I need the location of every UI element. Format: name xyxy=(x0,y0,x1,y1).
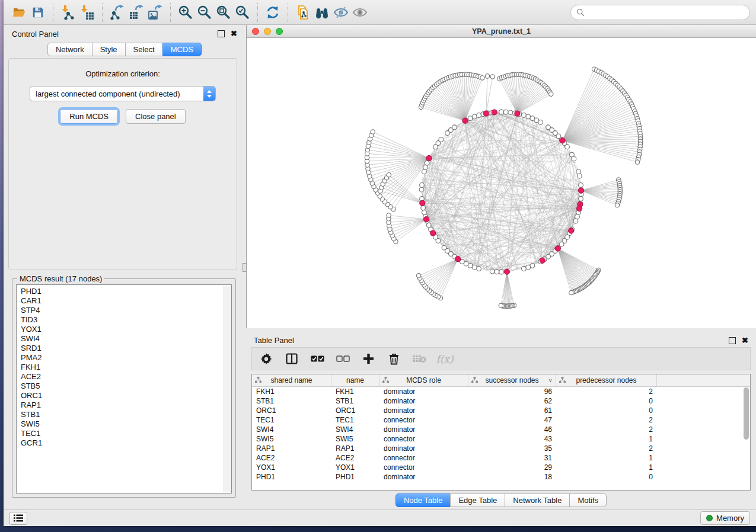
result-node[interactable]: TEC1 xyxy=(21,429,231,438)
column-view-button[interactable] xyxy=(285,352,299,366)
column-header-name[interactable]: name xyxy=(331,374,379,386)
select-all-button[interactable] xyxy=(310,352,324,366)
leaf-node[interactable] xyxy=(615,203,619,207)
splitter-grip[interactable] xyxy=(243,263,247,272)
import-network-button[interactable] xyxy=(59,3,78,22)
close-panel-button[interactable]: Close panel xyxy=(126,109,186,124)
mcds-hub-node[interactable] xyxy=(426,155,432,161)
ring-node[interactable] xyxy=(499,270,504,274)
clone-network-button[interactable] xyxy=(294,3,312,22)
export-image-button[interactable] xyxy=(146,3,165,22)
result-node[interactable]: SRD1 xyxy=(21,344,231,353)
mcds-hub-node[interactable] xyxy=(462,118,468,123)
mcds-hub-node[interactable] xyxy=(504,269,509,274)
horizontal-splitter[interactable] xyxy=(246,328,756,334)
save-session-button[interactable] xyxy=(28,3,47,22)
show-all-button[interactable] xyxy=(350,3,369,22)
mcds-hub-node[interactable] xyxy=(515,111,520,116)
zoom-out-button[interactable] xyxy=(195,3,214,22)
column-header-shared-name[interactable]: shared name xyxy=(252,374,331,386)
column-header-successor-nodes[interactable]: successor nodes˅ xyxy=(468,374,556,386)
apply-layout-button[interactable] xyxy=(263,3,282,22)
mcds-hub-node[interactable] xyxy=(540,258,545,263)
ring-node[interactable] xyxy=(490,269,495,274)
search-field[interactable] xyxy=(570,5,750,20)
column-header-predecessor-nodes[interactable]: predecessor nodes xyxy=(556,374,657,386)
mcds-result-list[interactable]: PHD1CAR1STP4TID3YOX1SWI4SRD1PMA2FKH1ACE2… xyxy=(16,284,232,493)
result-node[interactable]: PMA2 xyxy=(21,353,231,363)
result-node[interactable]: STB5 xyxy=(21,382,231,391)
ring-node[interactable] xyxy=(526,114,531,119)
mcds-hub-node[interactable] xyxy=(420,200,425,206)
zoom-fit-button[interactable] xyxy=(214,3,233,22)
leaf-node[interactable] xyxy=(387,173,391,177)
open-session-button[interactable] xyxy=(9,3,28,22)
table-row[interactable]: FKH1FKH1dominator962 xyxy=(252,387,750,396)
zoom-selected-button[interactable] xyxy=(233,3,252,22)
result-node[interactable]: STP4 xyxy=(21,306,231,315)
leaf-node[interactable] xyxy=(480,76,484,80)
table-row[interactable]: YOX1YOX1connector291 xyxy=(252,463,750,472)
ring-node[interactable] xyxy=(538,120,543,125)
leaf-node[interactable] xyxy=(569,290,573,294)
ring-node[interactable] xyxy=(442,245,446,250)
ring-node[interactable] xyxy=(530,263,535,268)
ring-node[interactable] xyxy=(526,265,531,270)
mcds-hub-node[interactable] xyxy=(455,257,461,262)
ring-node[interactable] xyxy=(522,113,527,118)
ring-node[interactable] xyxy=(472,265,477,270)
ring-node[interactable] xyxy=(420,183,425,188)
network-canvas[interactable] xyxy=(247,38,756,328)
result-node[interactable]: ORC1 xyxy=(21,391,231,400)
ring-node[interactable] xyxy=(579,197,583,201)
ring-node[interactable] xyxy=(508,110,513,115)
result-node[interactable]: SWI4 xyxy=(21,334,231,344)
result-node[interactable]: ACE2 xyxy=(21,372,231,382)
ring-node[interactable] xyxy=(452,125,457,130)
ring-node[interactable] xyxy=(577,174,582,178)
table-row[interactable]: TEC1TEC1connector472 xyxy=(252,415,750,425)
result-scrollbar[interactable] xyxy=(224,286,231,492)
mcds-hub-node[interactable] xyxy=(483,111,489,116)
ring-node[interactable] xyxy=(472,114,477,119)
table-row[interactable]: STB1STB1dominator620 xyxy=(252,396,750,406)
network-titlebar[interactable]: YPA_prune.txt_1 xyxy=(247,25,756,38)
leaf-node[interactable] xyxy=(499,303,503,307)
ring-node[interactable] xyxy=(423,165,428,169)
mcds-hub-node[interactable] xyxy=(423,217,429,222)
result-node[interactable]: TID3 xyxy=(21,315,231,325)
result-node[interactable]: SWI5 xyxy=(21,419,231,429)
ring-node[interactable] xyxy=(565,145,570,149)
tab-motifs[interactable]: Motifs xyxy=(569,493,607,507)
ring-node[interactable] xyxy=(572,156,576,161)
memory-button[interactable]: Memory xyxy=(700,511,750,525)
export-network-button[interactable] xyxy=(108,3,127,22)
ring-node[interactable] xyxy=(499,110,504,114)
ring-node[interactable] xyxy=(477,267,481,271)
ring-node[interactable] xyxy=(522,267,527,271)
hide-selected-button[interactable] xyxy=(331,3,350,22)
table-row[interactable]: PHD1PHD1dominator180 xyxy=(252,472,750,482)
table-row[interactable]: SWI5SWI5connector431 xyxy=(252,434,750,444)
deselect-all-button[interactable] xyxy=(336,352,350,366)
tab-edge-table[interactable]: Edge Table xyxy=(450,493,505,507)
show-task-history-button[interactable] xyxy=(9,512,27,525)
run-mcds-button[interactable]: Run MCDS xyxy=(60,109,118,124)
tab-node-table[interactable]: Node Table xyxy=(395,493,451,507)
leaf-node[interactable] xyxy=(490,75,495,79)
float-table-panel-icon[interactable] xyxy=(729,337,736,344)
table-row[interactable]: ORC1ORC1dominator610 xyxy=(252,406,750,415)
ring-node[interactable] xyxy=(468,116,473,121)
search-input[interactable] xyxy=(588,7,744,17)
ring-node[interactable] xyxy=(503,110,508,114)
ring-node[interactable] xyxy=(422,169,427,174)
zoom-in-button[interactable] xyxy=(176,3,195,22)
table-row[interactable]: SWI4SWI4dominator462 xyxy=(252,425,750,434)
ring-node[interactable] xyxy=(575,214,580,219)
ring-node[interactable] xyxy=(439,137,444,142)
ring-node[interactable] xyxy=(422,210,427,214)
result-node[interactable]: YOX1 xyxy=(21,325,231,334)
ring-node[interactable] xyxy=(576,169,581,174)
tab-style[interactable]: Style xyxy=(92,43,126,56)
find-button[interactable] xyxy=(312,3,331,22)
